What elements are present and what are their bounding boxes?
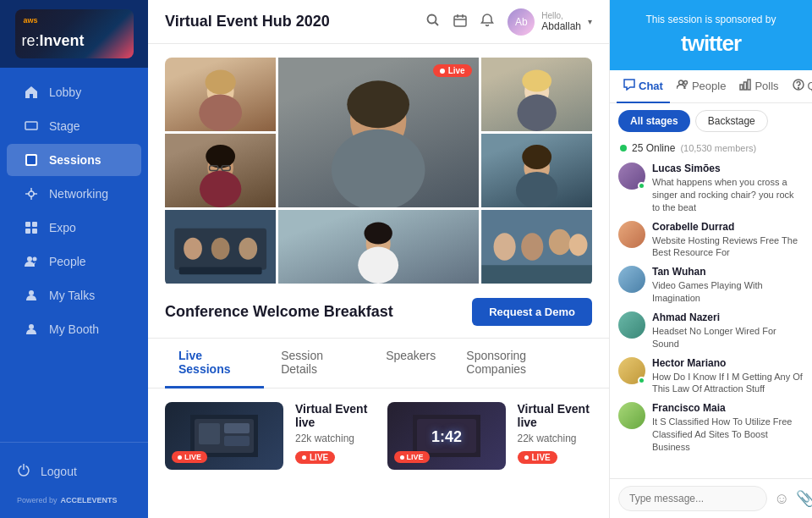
svg-rect-0 bbox=[25, 122, 37, 130]
attachment-icon[interactable]: 📎 bbox=[796, 489, 812, 508]
tab-qa[interactable]: Q&A bbox=[786, 70, 812, 103]
msg-text-5: It S Classified How To Utilize Free Clas… bbox=[652, 416, 804, 454]
logout-button[interactable]: Logout bbox=[17, 456, 131, 486]
svg-point-45 bbox=[493, 233, 515, 261]
sidebar-label-expo: Expo bbox=[49, 221, 76, 234]
sidebar-item-stage[interactable]: Stage bbox=[7, 110, 141, 142]
sponsor-banner: This session is sponsored by twitter bbox=[610, 0, 812, 70]
msg-content-1: Corabelle Durrad Website Hosting Reviews… bbox=[652, 221, 804, 260]
svg-point-24 bbox=[517, 95, 556, 132]
sidebar-item-lobby[interactable]: Lobby bbox=[7, 76, 141, 108]
card-live-pill-1: LIVE bbox=[295, 451, 335, 464]
request-demo-button[interactable]: Request a Demo bbox=[472, 298, 592, 326]
chat-message-1: Corabelle Durrad Website Hosting Reviews… bbox=[618, 221, 804, 260]
svg-rect-5 bbox=[32, 222, 37, 227]
right-panel: This session is sponsored by twitter Cha… bbox=[609, 0, 812, 518]
chat-messages: Lucas Simões What happens when you cross… bbox=[610, 159, 812, 478]
stage-filters: All stages Backstage bbox=[610, 103, 812, 139]
msg-avatar-3 bbox=[618, 311, 645, 339]
backstage-button[interactable]: Backstage bbox=[695, 110, 768, 132]
svg-point-17 bbox=[206, 70, 236, 95]
msg-text-3: Headset No Longer Wired For Sound bbox=[652, 325, 804, 350]
svg-point-48 bbox=[568, 234, 587, 256]
chat-input[interactable] bbox=[618, 486, 767, 511]
header-actions: Ab Hello, Abdallah ▾ bbox=[426, 8, 592, 36]
card-thumb-1: LIVE bbox=[165, 402, 283, 470]
msg-avatar-5 bbox=[618, 402, 645, 429]
tab-chat-label: Chat bbox=[639, 80, 663, 92]
main-content: Virtual Event Hub 2020 Ab Hello, Abdalla… bbox=[148, 0, 609, 518]
svg-rect-65 bbox=[748, 80, 750, 90]
user-menu[interactable]: Ab Hello, Abdallah ▾ bbox=[508, 8, 592, 36]
msg-content-4: Hector Mariano How Do I Know If I M Gett… bbox=[652, 357, 804, 396]
card-live-pill-2: LIVE bbox=[518, 451, 557, 464]
logout-label: Logout bbox=[41, 465, 77, 478]
tab-people[interactable]: People bbox=[670, 70, 732, 103]
sidebar-item-networking[interactable]: Networking bbox=[7, 178, 141, 210]
header: Virtual Event Hub 2020 Ab Hello, Abdalla… bbox=[148, 0, 609, 44]
chat-message-4: Hector Mariano How Do I Know If I M Gett… bbox=[618, 357, 804, 396]
sidebar-item-my-booth[interactable]: My Booth bbox=[7, 313, 141, 345]
tab-session-details[interactable]: Session Details bbox=[267, 339, 369, 388]
live-card-2: 1:42 LIVE Virtual Event live 22k watchin… bbox=[387, 402, 593, 470]
svg-point-32 bbox=[522, 145, 551, 169]
home-icon bbox=[24, 85, 39, 100]
tab-live-sessions[interactable]: Live Sessions bbox=[165, 339, 264, 388]
svg-point-27 bbox=[200, 171, 241, 208]
chat-message-2: Tan Wuhan Video Games Playing With Imagi… bbox=[618, 266, 804, 305]
brand-label: ACCELEVENTS bbox=[61, 496, 118, 504]
notification-icon[interactable] bbox=[480, 14, 494, 30]
video-section: Live bbox=[148, 44, 609, 286]
logo-box: aws re:Invent bbox=[15, 9, 134, 58]
svg-point-43 bbox=[359, 247, 399, 284]
card-live-badge-2: LIVE bbox=[394, 451, 430, 463]
svg-point-37 bbox=[184, 238, 202, 260]
card-info-2: Virtual Event live 22k watching LIVE bbox=[518, 402, 593, 464]
svg-rect-64 bbox=[744, 82, 747, 90]
msg-name-3: Ahmad Nazeri bbox=[652, 311, 804, 323]
tab-sponsoring[interactable]: Sponsoring Companies bbox=[453, 339, 592, 388]
card-thumb-2: 1:42 LIVE bbox=[387, 402, 506, 470]
emoji-icon[interactable]: ☺ bbox=[774, 490, 789, 508]
reinvent-label: re:Invent bbox=[22, 32, 85, 50]
tab-speakers[interactable]: Speakers bbox=[372, 339, 449, 388]
msg-content-2: Tan Wuhan Video Games Playing With Imagi… bbox=[652, 266, 804, 305]
polls-icon bbox=[739, 79, 751, 93]
svg-point-62 bbox=[683, 81, 687, 85]
sidebar-item-expo[interactable]: Expo bbox=[7, 212, 141, 244]
svg-point-47 bbox=[548, 229, 570, 255]
tab-chat[interactable]: Chat bbox=[617, 70, 670, 103]
live-card-1: LIVE Virtual Event live 22k watching LIV… bbox=[165, 402, 370, 470]
svg-rect-57 bbox=[224, 436, 250, 446]
calendar-icon[interactable] bbox=[453, 14, 467, 30]
logo-area: aws re:Invent bbox=[0, 0, 148, 68]
sidebar-item-sessions[interactable]: Sessions bbox=[7, 144, 141, 176]
msg-name-1: Corabelle Durrad bbox=[652, 221, 804, 233]
video-cell-4 bbox=[165, 134, 276, 207]
people-icon bbox=[24, 254, 39, 269]
chat-tabs: Chat People Polls Q&A bbox=[610, 70, 812, 103]
aws-label: aws bbox=[24, 16, 38, 25]
svg-point-39 bbox=[239, 238, 257, 260]
chevron-down-icon: ▾ bbox=[588, 17, 592, 26]
svg-point-67 bbox=[798, 88, 798, 89]
all-stages-button[interactable]: All stages bbox=[618, 110, 690, 132]
sidebar-bottom: Logout Powered by ACCELEVENTS bbox=[0, 442, 148, 518]
avatar: Ab bbox=[508, 8, 535, 36]
conference-title: Conference Welcome Breakfast bbox=[165, 303, 393, 321]
svg-point-8 bbox=[27, 256, 32, 262]
power-icon bbox=[17, 463, 30, 479]
sidebar-item-people[interactable]: People bbox=[7, 245, 141, 278]
sidebar-item-my-talks[interactable]: My Talks bbox=[7, 279, 141, 311]
svg-rect-15 bbox=[454, 16, 466, 26]
tab-polls[interactable]: Polls bbox=[732, 70, 785, 103]
booth-icon bbox=[24, 322, 39, 337]
search-icon[interactable] bbox=[426, 14, 440, 30]
svg-point-20 bbox=[348, 80, 410, 128]
sidebar-label-sessions: Sessions bbox=[49, 153, 101, 167]
sidebar-label-talks: My Talks bbox=[49, 289, 95, 302]
sidebar-nav: Lobby Stage Sessions Networking Expo bbox=[0, 68, 148, 442]
sessions-icon bbox=[24, 152, 39, 168]
video-cell-7 bbox=[278, 210, 478, 284]
svg-rect-63 bbox=[740, 85, 743, 90]
